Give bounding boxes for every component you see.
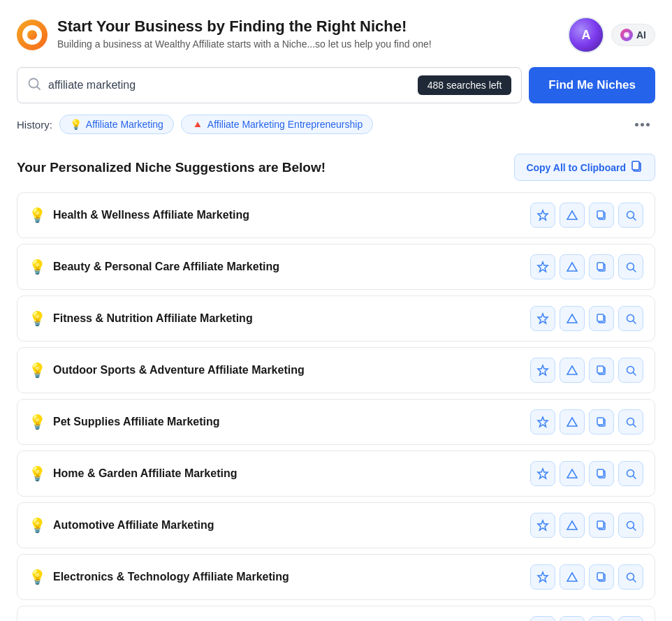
niche-star-5[interactable] <box>530 461 555 486</box>
niche-item-6: 💡 Automotive Affiliate Marketing <box>17 502 655 548</box>
svg-line-10 <box>633 217 636 220</box>
niche-triangle-5[interactable] <box>560 461 585 486</box>
niche-icon-2: 💡 <box>29 310 46 327</box>
find-niches-button[interactable]: Find Me Niches <box>529 67 655 103</box>
niche-copy-3[interactable] <box>589 358 614 383</box>
searches-left-badge: 488 searches left <box>418 75 512 95</box>
history-label: History: <box>17 119 52 131</box>
niche-label-7: Electronics & Technology Affiliate Marke… <box>53 571 523 583</box>
copy-all-label: Copy All to Clipboard <box>526 162 626 173</box>
niche-triangle-4[interactable] <box>560 409 585 434</box>
niche-copy-1[interactable] <box>589 254 614 279</box>
niche-copy-8[interactable] <box>589 616 614 621</box>
niche-copy-0[interactable] <box>589 203 614 228</box>
svg-line-46 <box>633 527 636 530</box>
niche-item-0: 💡 Health & Wellness Affiliate Marketing <box>17 192 655 238</box>
niche-item-8: 💡 Food & Grocery Affiliate Marketing <box>17 606 655 621</box>
niche-copy-5[interactable] <box>589 461 614 486</box>
svg-marker-29 <box>538 417 548 427</box>
niche-triangle-8[interactable] <box>560 616 585 621</box>
niche-star-1[interactable] <box>530 254 555 279</box>
niche-label-5: Home & Garden Affiliate Marketing <box>53 467 523 480</box>
niche-item-3: 💡 Outdoor Sports & Adventure Affiliate M… <box>17 347 655 393</box>
svg-marker-47 <box>538 572 548 582</box>
niche-label-2: Fitness & Nutrition Affiliate Marketing <box>53 312 523 325</box>
niche-copy-7[interactable] <box>589 564 614 590</box>
niche-icon-6: 💡 <box>29 517 46 534</box>
svg-line-28 <box>633 372 636 375</box>
history-chip-0[interactable]: 💡 Affiliate Marketing <box>59 115 174 134</box>
niche-star-2[interactable] <box>530 306 555 331</box>
niche-actions-1 <box>530 254 643 279</box>
niche-item-5: 💡 Home & Garden Affiliate Marketing <box>17 451 655 497</box>
niche-copy-2[interactable] <box>589 306 614 331</box>
search-section: 488 searches left Find Me Niches <box>17 67 655 103</box>
niche-icon-4: 💡 <box>29 414 46 430</box>
niche-search-4[interactable] <box>618 409 643 434</box>
niche-triangle-6[interactable] <box>560 513 585 538</box>
avatar[interactable]: A <box>568 17 604 53</box>
svg-marker-24 <box>567 366 577 374</box>
niche-star-0[interactable] <box>530 203 555 228</box>
niche-search-5[interactable] <box>618 461 643 486</box>
search-input[interactable] <box>48 79 418 92</box>
niche-search-2[interactable] <box>618 306 643 331</box>
svg-marker-42 <box>567 521 577 529</box>
svg-rect-26 <box>597 366 604 373</box>
svg-line-2 <box>37 87 40 89</box>
copy-all-icon <box>631 160 643 175</box>
svg-marker-48 <box>567 573 577 581</box>
niche-list: 💡 Health & Wellness Affiliate Marketing … <box>17 192 655 621</box>
svg-marker-36 <box>567 469 577 478</box>
niche-icon-7: 💡 <box>29 569 46 585</box>
ai-badge[interactable]: AI <box>611 24 655 46</box>
niche-triangle-7[interactable] <box>560 564 585 590</box>
niche-search-1[interactable] <box>618 254 643 279</box>
niche-label-6: Automotive Affiliate Marketing <box>53 519 523 532</box>
niche-icon-3: 💡 <box>29 362 46 379</box>
history-row: History: 💡 Affiliate Marketing 🔺 Affilia… <box>17 115 655 134</box>
svg-rect-8 <box>597 211 604 218</box>
niche-search-0[interactable] <box>618 203 643 228</box>
more-options-button[interactable] <box>629 120 655 129</box>
niche-actions-2 <box>530 306 643 331</box>
svg-marker-35 <box>538 469 548 478</box>
svg-marker-17 <box>538 314 548 323</box>
niche-search-6[interactable] <box>618 513 643 538</box>
niche-actions-7 <box>530 564 643 590</box>
niche-actions-3 <box>530 358 643 383</box>
history-chip-icon-0: 💡 <box>70 119 82 130</box>
niche-actions-6 <box>530 513 643 538</box>
niche-triangle-2[interactable] <box>560 306 585 331</box>
niche-star-7[interactable] <box>530 564 555 590</box>
search-icon <box>27 77 41 94</box>
svg-marker-12 <box>567 263 577 271</box>
svg-line-40 <box>633 476 636 478</box>
niche-label-3: Outdoor Sports & Adventure Affiliate Mar… <box>53 364 523 377</box>
svg-rect-32 <box>597 418 604 425</box>
svg-marker-41 <box>538 520 548 530</box>
niche-actions-0 <box>530 203 643 228</box>
page-header: Start Your Business by Finding the Right… <box>17 17 655 53</box>
niche-star-8[interactable] <box>530 616 555 621</box>
niche-star-4[interactable] <box>530 409 555 434</box>
niche-copy-4[interactable] <box>589 409 614 434</box>
suggestions-title: Your Personalized Niche Suggestions are … <box>17 160 326 175</box>
niche-search-7[interactable] <box>618 564 643 590</box>
niche-triangle-0[interactable] <box>560 203 585 228</box>
header-right: A AI <box>568 17 655 53</box>
niche-triangle-1[interactable] <box>560 254 585 279</box>
niche-label-4: Pet Supplies Affiliate Marketing <box>53 416 523 428</box>
niche-copy-6[interactable] <box>589 513 614 538</box>
copy-all-button[interactable]: Copy All to Clipboard <box>514 154 655 181</box>
niche-search-3[interactable] <box>618 358 643 383</box>
niche-triangle-3[interactable] <box>560 358 585 383</box>
header-text: Start Your Business by Finding the Right… <box>57 17 432 50</box>
niche-search-8[interactable] <box>618 616 643 621</box>
niche-star-3[interactable] <box>530 358 555 383</box>
history-chip-1[interactable]: 🔺 Affiliate Marketing Entrepreneurship <box>181 115 373 134</box>
svg-rect-4 <box>632 161 639 170</box>
niche-star-6[interactable] <box>530 513 555 538</box>
svg-marker-23 <box>538 365 548 375</box>
niche-item-4: 💡 Pet Supplies Affiliate Marketing <box>17 399 655 445</box>
